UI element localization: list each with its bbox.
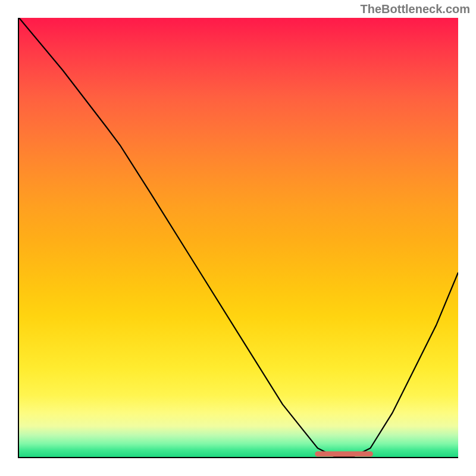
chart-svg: [19, 18, 458, 457]
bottleneck-curve-line: [19, 18, 458, 457]
chart-plot-area: [18, 18, 458, 458]
attribution-text: TheBottleneck.com: [361, 2, 470, 16]
